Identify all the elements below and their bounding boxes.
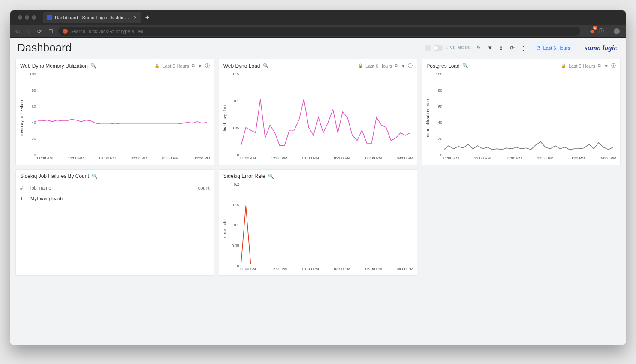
panel-time: Last 6 Hours bbox=[162, 63, 189, 69]
separator: | bbox=[608, 28, 609, 34]
y-tick: 80 bbox=[32, 88, 36, 93]
x-tick: 03:00 PM bbox=[568, 156, 585, 160]
panel-sidekiq-failures: Sidekiq Job Failures By Count 🔍 # job_na… bbox=[15, 169, 214, 276]
live-mode-control[interactable]: LIVE MODE bbox=[425, 45, 471, 51]
x-tick: 01:00 PM bbox=[506, 156, 522, 160]
filter-icon[interactable]: ▼ bbox=[487, 45, 494, 51]
reload-icon[interactable]: ⟳ bbox=[36, 28, 43, 34]
site-icon bbox=[63, 29, 68, 34]
y-tick: 100 bbox=[30, 72, 36, 76]
y-tick: 0 bbox=[237, 264, 239, 268]
panel-time: Last 6 Hours bbox=[569, 63, 595, 69]
browser-tab[interactable]: Dashboard - Sumo Logic Dashbo… × bbox=[43, 12, 141, 23]
live-mode-label: LIVE MODE bbox=[446, 45, 471, 50]
x-tick: 11:00 AM bbox=[240, 156, 256, 160]
panel-title: Web Dyno Memory Utilization bbox=[20, 63, 88, 69]
panel-title: Web Dyno Load bbox=[223, 63, 260, 69]
y-tick: 40 bbox=[438, 120, 442, 125]
shield-icon[interactable]: ◆0 bbox=[590, 28, 594, 34]
copy-icon[interactable]: ⧉ bbox=[395, 63, 398, 69]
x-tick: 03:00 PM bbox=[365, 267, 382, 271]
window-close-dot[interactable] bbox=[18, 15, 22, 20]
y-tick: 60 bbox=[32, 105, 36, 109]
url-input[interactable] bbox=[70, 29, 576, 34]
app-header: Dashboard LIVE MODE ✎ ▼ ⇪ ⟳ ⋮ ◔ Last 6 H… bbox=[10, 38, 626, 59]
magnify-icon[interactable]: 🔍 bbox=[462, 63, 468, 69]
url-field-wrap[interactable] bbox=[58, 27, 580, 36]
filter-icon[interactable]: ▼ bbox=[401, 63, 405, 69]
magnify-icon[interactable]: 🔍 bbox=[263, 63, 269, 69]
dashboard-toolbar: LIVE MODE ✎ ▼ ⇪ ⟳ ⋮ ◔ Last 6 Hours sumo … bbox=[425, 43, 619, 52]
y-tick: 80 bbox=[438, 88, 442, 93]
shield-badge: 0 bbox=[593, 26, 597, 30]
x-tick: 12:00 PM bbox=[271, 156, 288, 160]
menu-icon[interactable] bbox=[614, 28, 620, 34]
info-icon[interactable]: ⓘ bbox=[599, 27, 604, 35]
forward-icon[interactable]: ▷ bbox=[25, 28, 32, 34]
live-mode-toggle[interactable] bbox=[434, 45, 443, 51]
y-axis-label: error_rate bbox=[222, 184, 228, 273]
filter-icon[interactable]: ▼ bbox=[198, 63, 202, 69]
table-row[interactable]: 1 MyExampleJob bbox=[16, 193, 214, 204]
copy-icon[interactable]: ⧉ bbox=[598, 63, 601, 69]
lock-icon: 🔒 bbox=[154, 63, 160, 68]
y-tick: 0 bbox=[34, 153, 36, 157]
bookmark-icon[interactable]: ☐ bbox=[47, 28, 54, 34]
magnify-icon[interactable]: 🔍 bbox=[92, 174, 98, 179]
series-line bbox=[38, 119, 207, 124]
lock-icon: 🔒 bbox=[358, 63, 363, 68]
refresh-icon[interactable]: ⟳ bbox=[509, 45, 516, 51]
edit-icon[interactable]: ✎ bbox=[476, 45, 482, 51]
chart-plot bbox=[241, 76, 410, 153]
share-icon[interactable]: ⇪ bbox=[498, 45, 505, 51]
col-num: # bbox=[20, 185, 30, 190]
y-tick: 0 bbox=[237, 153, 239, 157]
x-tick: 03:00 PM bbox=[365, 156, 382, 160]
x-tick: 04:00 PM bbox=[600, 156, 617, 160]
y-tick: 0.05 bbox=[232, 126, 239, 130]
filter-icon[interactable]: ▼ bbox=[604, 63, 609, 69]
x-tick: 04:00 PM bbox=[397, 156, 413, 160]
copy-icon[interactable]: ⧉ bbox=[192, 63, 195, 69]
new-tab-button[interactable]: + bbox=[141, 14, 154, 21]
time-range-picker[interactable]: ◔ Last 6 Hours bbox=[531, 43, 575, 52]
panel-body: memory_utilization02040608010011:00 AM12… bbox=[16, 72, 214, 165]
x-tick: 11:00 AM bbox=[443, 156, 459, 160]
magnify-icon[interactable]: 🔍 bbox=[90, 63, 96, 69]
magnify-icon[interactable]: 🔍 bbox=[268, 174, 274, 179]
y-tick: 0.2 bbox=[234, 182, 239, 187]
y-tick: 100 bbox=[436, 72, 442, 76]
panel-title: Postgres Load bbox=[426, 63, 459, 69]
page-title: Dashboard bbox=[17, 41, 421, 54]
more-icon[interactable]: ⋮ bbox=[520, 45, 527, 51]
x-tick: 02:00 PM bbox=[334, 156, 350, 160]
back-icon[interactable]: ◁ bbox=[14, 28, 21, 34]
clock-icon: ◔ bbox=[537, 45, 541, 51]
x-tick: 12:00 PM bbox=[68, 156, 84, 160]
y-tick: 0.15 bbox=[232, 203, 239, 207]
x-tick: 02:00 PM bbox=[537, 156, 554, 160]
x-tick: 01:00 PM bbox=[302, 267, 319, 271]
browser-window: Dashboard - Sumo Logic Dashbo… × + ◁ ▷ ⟳… bbox=[10, 10, 626, 345]
y-tick: 40 bbox=[32, 120, 36, 125]
y-tick: 0 bbox=[440, 153, 442, 157]
window-max-dot[interactable] bbox=[32, 15, 36, 20]
y-tick: 20 bbox=[438, 137, 442, 141]
lock-icon: 🔒 bbox=[561, 63, 566, 68]
info-icon[interactable]: ⓘ bbox=[205, 63, 210, 69]
window-controls[interactable] bbox=[14, 15, 40, 20]
tab-title: Dashboard - Sumo Logic Dashbo… bbox=[55, 15, 130, 20]
panel-postgres-load: Postgres Load 🔍 🔒 Last 6 Hours ⧉ ▼ ⓘ max… bbox=[422, 59, 621, 165]
x-tick: 12:00 PM bbox=[271, 267, 288, 271]
time-range-label: Last 6 Hours bbox=[543, 45, 570, 51]
info-icon[interactable]: ⓘ bbox=[408, 63, 413, 69]
browser-tab-bar: Dashboard - Sumo Logic Dashbo… × + bbox=[10, 10, 626, 25]
panel-sidekiq-error-rate: Sidekiq Error Rate 🔍 error_rate00.050.10… bbox=[219, 169, 418, 276]
panel-title: Sidekiq Error Rate bbox=[223, 173, 265, 179]
series-line bbox=[444, 142, 613, 150]
x-tick: 01:00 PM bbox=[302, 156, 319, 160]
y-tick: 60 bbox=[438, 105, 442, 109]
info-icon[interactable]: ⓘ bbox=[611, 63, 616, 69]
tab-close-icon[interactable]: × bbox=[134, 15, 137, 21]
window-min-dot[interactable] bbox=[25, 15, 29, 20]
